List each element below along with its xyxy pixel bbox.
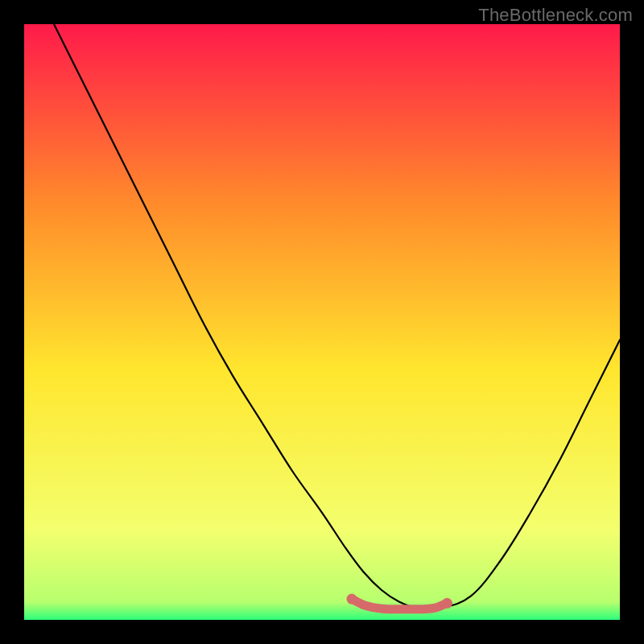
bottleneck-chart <box>24 24 620 620</box>
plot-area <box>24 24 620 620</box>
marker-endpoint <box>347 594 357 605</box>
watermark-text: TheBottleneck.com <box>478 5 633 26</box>
chart-frame: TheBottleneck.com <box>0 0 644 644</box>
marker-endpoint <box>442 598 452 609</box>
gradient-background <box>24 24 620 620</box>
